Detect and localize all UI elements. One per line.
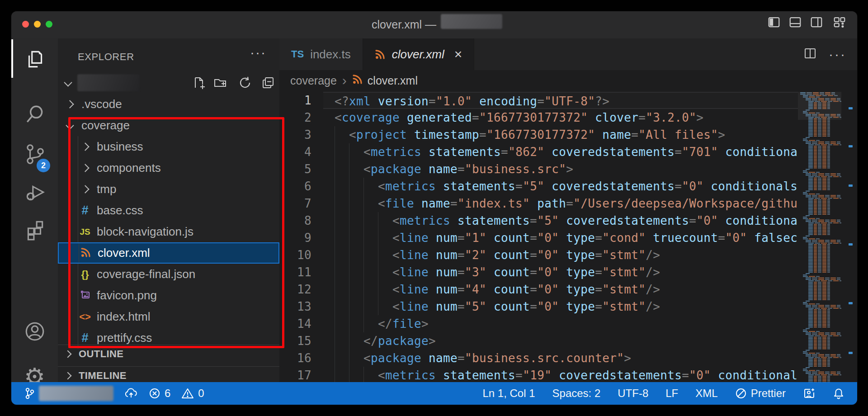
explorer-title: EXPLORER — [78, 51, 134, 63]
breadcrumb-folder[interactable]: coverage — [290, 74, 337, 87]
language-mode-item[interactable]: XML — [695, 387, 717, 400]
file-icon-slot: {} — [78, 269, 92, 280]
errors-item[interactable]: 6 — [149, 387, 170, 400]
tree-item-components[interactable]: components — [58, 157, 279, 179]
cursor-position-item[interactable]: Ln 1, Col 1 — [482, 387, 535, 400]
tab-bar: TS index.ts clover.xml × ··· — [279, 38, 857, 70]
code-text: <metrics statements="862" coveredstateme… — [323, 143, 798, 161]
file-type-json-icon: {} — [81, 269, 89, 280]
customize-layout-icon[interactable] — [833, 15, 846, 29]
sidebar-item-run-debug[interactable] — [11, 180, 58, 207]
close-tab-icon[interactable]: × — [454, 47, 462, 61]
file-icon-slot: # — [78, 331, 92, 345]
explorer-more-actions-icon[interactable]: ··· — [250, 45, 266, 60]
indent-guide — [335, 315, 349, 332]
sync-changes-item[interactable] — [124, 388, 138, 399]
line-number: 8 — [279, 212, 323, 229]
code-line-9: 9<line num="1" count="0" type="cond" tru… — [279, 229, 798, 246]
breadcrumb[interactable]: coverage › clover.xml — [279, 70, 857, 91]
workspace-root-row[interactable] — [58, 72, 279, 94]
timeline-section-header[interactable]: TIMELINE — [58, 366, 279, 384]
new-file-icon[interactable] — [192, 76, 206, 90]
tree-item-.vscode[interactable]: .vscode — [58, 94, 279, 115]
line-number: 5 — [279, 161, 323, 178]
tree-item-coverage-final.json[interactable]: {}coverage-final.json — [58, 264, 279, 285]
feedback-icon[interactable] — [803, 387, 816, 400]
line-number: 16 — [279, 350, 323, 367]
indent-guide — [378, 246, 392, 264]
indent-guide — [335, 143, 349, 161]
status-bar: 6 0 Ln 1, Col 1Spaces: 2UTF-8LFXML Prett… — [11, 382, 857, 405]
code-line-14: 14</file> — [279, 315, 798, 332]
code-text: <?xml version="1.0" encoding="UTF-8"?> — [323, 92, 798, 109]
tab-index-ts[interactable]: TS index.ts — [279, 38, 363, 70]
breadcrumb-file[interactable]: clover.xml — [368, 74, 418, 87]
indent-guide — [349, 246, 363, 264]
accounts-button[interactable] — [11, 319, 58, 346]
eol-item[interactable]: LF — [665, 387, 678, 400]
toggle-panel-icon[interactable] — [788, 15, 802, 29]
code-text: <file name="index.ts" path="/Users/deeps… — [323, 195, 798, 212]
minimap[interactable] — [798, 92, 841, 405]
code-text: <metrics statements="5" coveredstatement… — [323, 178, 798, 195]
file-tree: .vscodecoveragebusinesscomponentstmp#bas… — [58, 94, 279, 349]
close-window-button[interactable] — [22, 21, 29, 28]
chevron-down-icon — [66, 121, 74, 129]
code-line-13: 13<line num="5" count="0" type="stmt"/> — [279, 298, 798, 315]
indent-guide — [349, 229, 363, 246]
tree-item-index.html[interactable]: <>index.html — [58, 306, 279, 327]
overview-ruler[interactable] — [841, 92, 857, 405]
line-number: 7 — [279, 195, 323, 212]
indent-guide — [335, 161, 349, 178]
vscode-window: clover.xml — — [11, 11, 857, 405]
indent-guide — [78, 157, 78, 179]
tree-item-base.css[interactable]: #base.css — [58, 200, 279, 221]
code-editor[interactable]: 1<?xml version="1.0" encoding="UTF-8"?>2… — [279, 92, 798, 405]
collapse-folders-icon[interactable] — [261, 76, 275, 90]
indent-guide — [335, 281, 349, 298]
sidebar-item-explorer[interactable] — [11, 47, 58, 74]
git-branch-item[interactable] — [25, 386, 113, 401]
indent-guide — [335, 264, 349, 281]
line-number: 9 — [279, 229, 323, 246]
tree-item-tmp[interactable]: tmp — [58, 179, 279, 200]
tree-item-clover.xml[interactable]: clover.xml — [58, 242, 279, 264]
tree-item-block-navigation.js[interactable]: JSblock-navigation.js — [58, 221, 279, 242]
notifications-bell-icon[interactable] — [833, 387, 844, 400]
indent-guide — [378, 298, 392, 315]
more-actions-icon[interactable]: ··· — [829, 47, 846, 62]
folder-chevron-slot — [78, 186, 92, 192]
encoding-item[interactable]: UTF-8 — [618, 387, 648, 400]
code-line-16: 16<package name="business.src.counter"> — [279, 350, 798, 367]
tree-item-favicon.png[interactable]: favicon.png — [58, 285, 279, 306]
code-text: <metrics statements="19" coveredstatemen… — [323, 367, 798, 384]
tree-item-label: tmp — [97, 182, 116, 196]
screenshot-stage: clover.xml — — [0, 0, 868, 416]
split-editor-icon[interactable] — [803, 47, 817, 62]
indentation-item[interactable]: Spaces: 2 — [552, 387, 601, 400]
sidebar-item-search[interactable] — [11, 102, 58, 129]
toggle-secondary-sidebar-icon[interactable] — [810, 15, 823, 29]
toggle-primary-sidebar-icon[interactable] — [767, 15, 781, 29]
code-line-6: 6<metrics statements="5" coveredstatemen… — [279, 178, 798, 195]
prettier-item[interactable]: Prettier — [735, 387, 786, 400]
tree-item-coverage[interactable]: coverage — [58, 115, 279, 136]
new-folder-icon[interactable] — [213, 76, 227, 90]
outline-section-header[interactable]: OUTLINE — [58, 345, 279, 363]
warnings-item[interactable]: 0 — [181, 387, 204, 400]
refresh-explorer-icon[interactable] — [238, 76, 252, 90]
minimap-slider[interactable] — [798, 92, 841, 120]
sidebar-item-extensions[interactable] — [11, 217, 58, 244]
tree-item-business[interactable]: business — [58, 136, 279, 157]
tree-item-label: coverage — [81, 118, 130, 132]
code-line-15: 15</package> — [279, 332, 798, 350]
file-type-image-icon — [80, 289, 90, 302]
code-text: </package> — [323, 332, 798, 350]
prettier-label: Prettier — [751, 387, 786, 400]
code-line-10: 10<line num="2" count="0" type="stmt"/> — [279, 246, 798, 264]
minimize-window-button[interactable] — [34, 21, 41, 28]
files-icon — [24, 48, 46, 72]
zoom-window-button[interactable] — [46, 21, 52, 28]
sidebar-item-source-control[interactable]: 2 — [11, 142, 58, 169]
tab-clover-xml[interactable]: clover.xml × — [363, 38, 475, 70]
